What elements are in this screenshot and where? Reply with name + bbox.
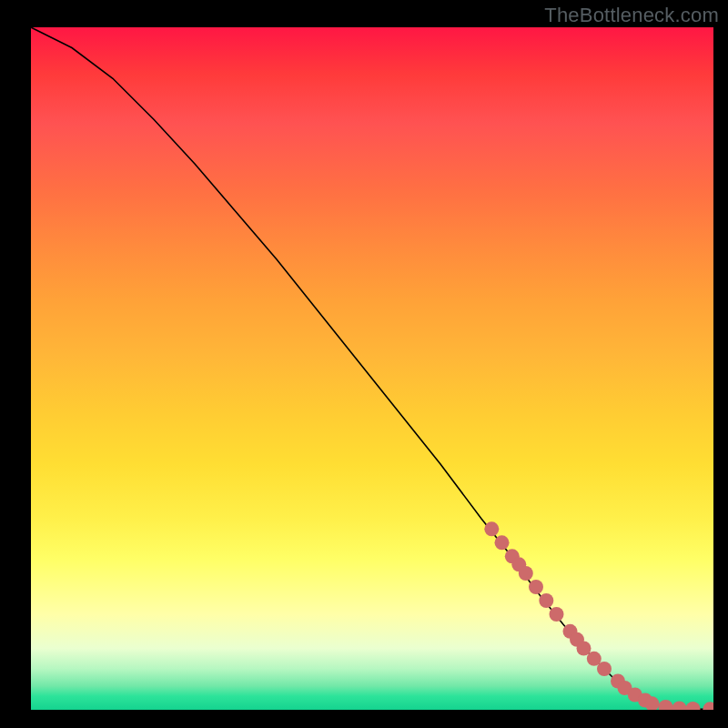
data-point bbox=[529, 580, 543, 594]
curve-line bbox=[31, 27, 713, 709]
data-point bbox=[686, 702, 701, 710]
data-point bbox=[577, 642, 592, 656]
chart-svg bbox=[31, 27, 713, 710]
data-point bbox=[495, 535, 510, 550]
plot-area bbox=[31, 27, 713, 710]
data-point bbox=[539, 593, 553, 608]
data-point bbox=[519, 566, 533, 581]
data-point bbox=[659, 700, 673, 710]
data-point bbox=[484, 521, 499, 536]
data-point bbox=[703, 702, 713, 710]
watermark-label: TheBottleneck.com bbox=[544, 4, 719, 27]
data-point bbox=[672, 702, 687, 711]
data-point bbox=[550, 607, 564, 622]
data-point bbox=[597, 662, 612, 676]
chart-frame: TheBottleneck.com bbox=[0, 0, 728, 728]
